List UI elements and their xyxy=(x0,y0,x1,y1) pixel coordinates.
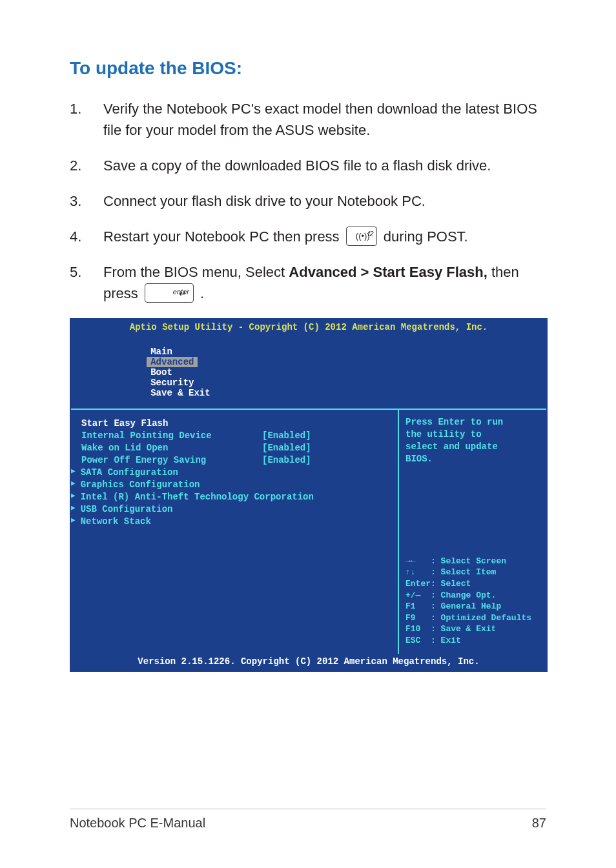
step-number: 1. xyxy=(70,98,103,141)
bios-row-key: Graphics Configuration xyxy=(81,479,200,490)
bios-left-panel: Start Easy Flash Internal Pointing Devic… xyxy=(71,409,399,654)
f2-key-label: f2 xyxy=(368,228,374,239)
bios-help-keys: →← : Select Screen ↑↓ : Select Item Ente… xyxy=(406,556,542,646)
step-text: Verify the Notebook PC's exact model the… xyxy=(103,98,546,141)
bios-tab-boot: Boot xyxy=(147,367,176,378)
bios-row-graphics-config: Graphics Configuration xyxy=(81,479,390,490)
bios-row-sata-config: SATA Configuration xyxy=(81,467,390,478)
page-footer: Notebook PC E-Manual 87 xyxy=(70,809,546,831)
steps-list: 1. Verify the Notebook PC's exact model … xyxy=(70,98,546,304)
bios-body: Start Easy Flash Internal Pointing Devic… xyxy=(70,409,548,654)
bios-row-key: Power Off Energy Saving xyxy=(81,455,262,465)
bios-footer: Version 2.15.1226. Copyright (C) 2012 Am… xyxy=(70,654,548,672)
footer-left: Notebook PC E-Manual xyxy=(70,816,205,831)
bios-tab-security: Security xyxy=(147,378,198,388)
step-text-post: . xyxy=(200,285,204,301)
bios-title: Aptio Setup Utility - Copyright (C) 2012… xyxy=(70,321,548,336)
bios-screenshot: Aptio Setup Utility - Copyright (C) 2012… xyxy=(70,318,548,672)
step-text: Connect your flash disk drive to your No… xyxy=(103,190,546,212)
bios-row-key: Internal Pointing Device xyxy=(81,430,262,441)
step-text-bold: Advanced > Start Easy Flash, xyxy=(289,264,488,280)
step-1: 1. Verify the Notebook PC's exact model … xyxy=(70,98,546,141)
f2-key-icon: ((•)) f2 xyxy=(346,227,377,246)
bios-row-usb-config: USB Configuration xyxy=(81,504,390,514)
bios-row-val: [Enabled] xyxy=(262,443,311,453)
step-4: 4. Restart your Notebook PC then press (… xyxy=(70,226,546,247)
step-number: 3. xyxy=(70,190,103,212)
bios-right-panel: Press Enter to run the utility to select… xyxy=(399,409,546,654)
page-heading: To update the BIOS: xyxy=(70,58,546,79)
bios-tab-main: Main xyxy=(147,347,176,357)
bios-row-key: Network Stack xyxy=(81,516,151,527)
bios-row-key: Start Easy Flash xyxy=(81,418,262,429)
bios-row-network-stack: Network Stack xyxy=(81,516,390,527)
bios-row-internal-pointing: Internal Pointing Device [Enabled] xyxy=(81,430,390,441)
bios-row-intel-antitheft: Intel (R) Anti-Theft Technology Corporat… xyxy=(81,492,390,502)
bios-row-key: SATA Configuration xyxy=(81,467,178,478)
bios-tab-advanced: Advanced xyxy=(147,357,198,367)
footer-page-number: 87 xyxy=(532,816,546,831)
bios-row-val: [Enabled] xyxy=(262,430,311,441)
bios-row-power-off: Power Off Energy Saving [Enabled] xyxy=(81,455,390,465)
step-5: 5. From the BIOS menu, Select Advanced >… xyxy=(70,261,546,304)
bios-tabs: Main Advanced Boot Security Save & Exit xyxy=(70,336,548,409)
step-text-pre: Restart your Notebook PC then press xyxy=(103,228,344,245)
step-number: 2. xyxy=(70,155,103,176)
step-text: From the BIOS menu, Select Advanced > St… xyxy=(103,261,546,304)
bios-row-key: USB Configuration xyxy=(81,504,173,514)
step-number: 4. xyxy=(70,226,103,247)
step-text-post: during POST. xyxy=(384,228,468,245)
bios-header: Aptio Setup Utility - Copyright (C) 2012… xyxy=(70,318,548,409)
bios-row-val: [Enabled] xyxy=(262,455,311,465)
step-number: 5. xyxy=(70,261,103,304)
bios-help-top: Press Enter to run the utility to select… xyxy=(406,416,542,465)
enter-key-arrow: ↵ xyxy=(179,287,187,301)
step-2: 2. Save a copy of the downloaded BIOS fi… xyxy=(70,155,546,176)
bios-row-start-easy-flash: Start Easy Flash xyxy=(81,418,390,429)
bios-row-key: Wake on Lid Open xyxy=(81,443,262,453)
bios-tab-save-exit: Save & Exit xyxy=(147,388,214,398)
step-3: 3. Connect your flash disk drive to your… xyxy=(70,190,546,212)
enter-key-icon: enter ↵ xyxy=(145,283,194,303)
step-text-pre: From the BIOS menu, Select xyxy=(103,264,289,280)
step-text: Restart your Notebook PC then press ((•)… xyxy=(103,226,546,247)
step-text: Save a copy of the downloaded BIOS file … xyxy=(103,155,546,176)
bios-row-wake-on-lid: Wake on Lid Open [Enabled] xyxy=(81,443,390,453)
bios-row-key: Intel (R) Anti-Theft Technology Corporat… xyxy=(81,492,314,502)
